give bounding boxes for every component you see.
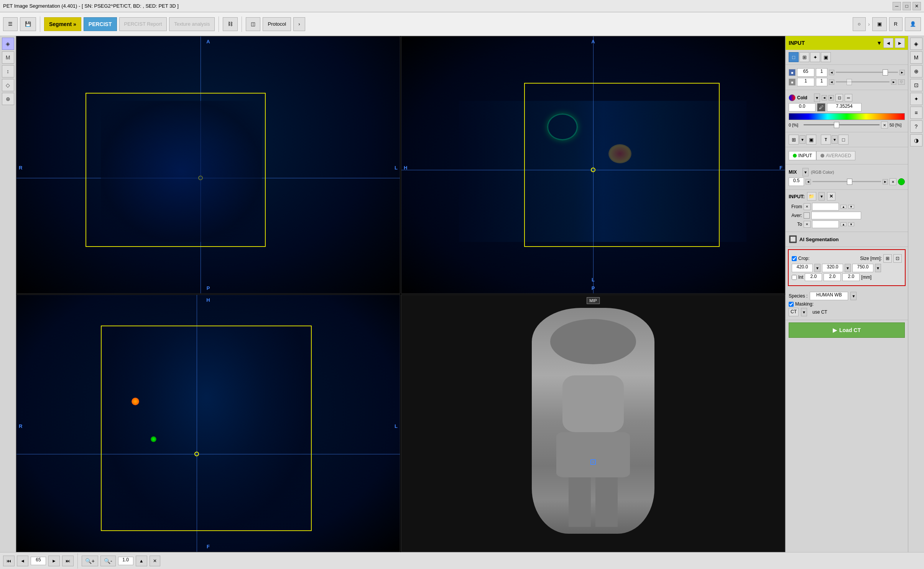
link-button[interactable]: ⛓ — [223, 17, 238, 31]
left-strip-btn-2[interactable]: M — [2, 51, 14, 64]
crop-tool-icon[interactable]: ⊡ — [893, 254, 902, 263]
int-checkbox[interactable] — [792, 275, 797, 280]
slider-right-arrow-1[interactable]: ► — [899, 70, 905, 75]
colormap-reset-btn[interactable]: ═ — [845, 94, 852, 102]
from-stepper-down[interactable]: ▼ — [848, 205, 854, 209]
mix-dropdown[interactable]: ▼ — [802, 168, 809, 176]
mix-value-input[interactable]: 0.5 — [789, 178, 804, 186]
ct-dropdown[interactable]: ▼ — [801, 308, 807, 316]
masking-label[interactable]: Masking: — [789, 301, 814, 307]
heart-btn[interactable]: ♡ — [898, 79, 905, 85]
right-strip-btn-6[interactable]: ≡ — [910, 107, 922, 119]
crop-checkbox-label[interactable]: Crop: — [792, 256, 809, 261]
colormap-edit-btn[interactable]: 🖊 — [817, 103, 825, 112]
tab-averaged[interactable]: AVERAGED — [816, 151, 855, 160]
zoom-out-btn[interactable]: 🔍- — [100, 556, 116, 566]
int-x-input[interactable]: 2.0 — [805, 273, 822, 281]
to-stepper-up[interactable]: ▲ — [840, 222, 847, 226]
to-stepper-down[interactable]: ▼ — [848, 222, 854, 226]
int-checkbox-label[interactable]: Int — [792, 275, 803, 280]
percist-report-button[interactable]: PERCIST Report — [119, 17, 167, 31]
colormap-dropdown[interactable]: ▼ — [814, 94, 820, 102]
minimize-button[interactable]: ─ — [893, 2, 901, 10]
user-button[interactable]: 👤 — [905, 17, 921, 31]
slider-left-arrow-2[interactable]: ◄ — [829, 79, 834, 85]
int-z-input[interactable]: 2.0 — [842, 273, 860, 281]
zoom-in-btn[interactable]: 🔍+ — [82, 556, 98, 566]
from-stepper-up[interactable]: ▲ — [840, 205, 847, 209]
species-dropdown[interactable]: ▼ — [850, 292, 857, 300]
panel-right-btn[interactable]: ► — [895, 38, 905, 48]
right-strip-btn-5[interactable]: ✦ — [910, 93, 922, 105]
input-folder-dropdown[interactable]: ▼ — [819, 192, 825, 201]
input-close-btn[interactable]: ✕ — [827, 192, 835, 201]
from-x-btn[interactable]: ✕ — [804, 203, 811, 210]
slider-right-arrow-2[interactable]: ► — [891, 79, 896, 85]
right-strip-btn-4[interactable]: ⊡ — [910, 79, 922, 91]
display-mode-1-btn[interactable]: □ — [789, 52, 799, 62]
right-strip-btn-7[interactable]: ? — [910, 120, 922, 133]
viewport-top-right[interactable]: PSEG2^PET/CT Whole Body Tumor — [401, 36, 785, 294]
int-y-input[interactable]: 2.0 — [824, 273, 841, 281]
colormap-min-input[interactable]: 0.0 — [789, 103, 815, 112]
slider-val-1[interactable]: 65 — [797, 68, 814, 77]
colormap-settings-btn[interactable]: ⊡ — [835, 94, 843, 102]
crop-x-input[interactable]: 420.0 — [792, 264, 813, 272]
mix-right-arrow[interactable]: ► — [883, 179, 888, 184]
r-button[interactable]: R — [889, 17, 903, 31]
zoom-up-btn[interactable]: ▲ — [136, 556, 147, 566]
display-dropdown-2[interactable]: ▼ — [832, 135, 838, 144]
slider-left-arrow-1[interactable]: ◄ — [829, 70, 834, 75]
load-ct-button[interactable]: ▶ Load CT — [789, 322, 905, 338]
slider-val-4[interactable]: 1 — [816, 78, 827, 86]
crop-grid-icon[interactable]: ⊞ — [883, 254, 892, 263]
mix-slider-track[interactable] — [812, 179, 881, 185]
circle-button[interactable]: ○ — [853, 17, 866, 31]
zoom-close-btn[interactable]: ✕ — [150, 556, 160, 566]
colormap-max-input[interactable]: 7.35254 — [827, 103, 862, 112]
crop-z-input[interactable]: 750.0 — [852, 264, 873, 272]
left-strip-btn-4[interactable]: ◇ — [2, 79, 14, 91]
view-button[interactable]: ◫ — [246, 17, 260, 31]
tab-input[interactable]: INPUT — [789, 151, 816, 160]
masking-checkbox[interactable] — [789, 302, 794, 307]
segment-button[interactable]: Segment » — [44, 17, 81, 31]
first-frame-btn[interactable]: ⏮ — [3, 556, 15, 566]
slider-val-2[interactable]: 1 — [816, 68, 827, 77]
crop-y-input[interactable]: 320.0 — [822, 264, 843, 272]
pct-close-btn[interactable]: ✕ — [881, 122, 888, 128]
right-strip-btn-3[interactable]: ⊕ — [910, 65, 922, 77]
crop-y-dropdown[interactable]: ▼ — [845, 264, 851, 272]
colormap-right-arrow[interactable]: ► — [829, 95, 834, 100]
species-input[interactable]: HUMAN WB — [810, 292, 848, 300]
crop-checkbox[interactable] — [792, 256, 797, 261]
left-strip-btn-5[interactable]: ⊕ — [2, 93, 14, 105]
display-mode-4-btn[interactable]: ▣ — [821, 52, 831, 62]
display-dropdown-1[interactable]: ▼ — [799, 135, 806, 144]
right-strip-btn-2[interactable]: M — [910, 51, 922, 64]
display-icon-3[interactable]: T — [821, 135, 831, 145]
right-strip-btn-1[interactable]: ◈ — [910, 38, 922, 50]
panel-left-btn[interactable]: ◄ — [883, 38, 893, 48]
viewport-top-left[interactable]: PSEG2^PET/CT Whole Body Tumor A R L — [16, 36, 400, 294]
to-input[interactable] — [812, 220, 839, 228]
slider-val-3[interactable]: 1 — [797, 78, 814, 86]
aver-input[interactable] — [811, 212, 861, 219]
left-strip-btn-3[interactable]: ↕ — [2, 65, 14, 77]
colormap-left-arrow[interactable]: ◄ — [822, 95, 827, 100]
ct-select[interactable]: CT — [789, 308, 799, 316]
prev-frame-btn[interactable]: ◄ — [17, 556, 28, 566]
menu-button[interactable]: ☰ — [3, 17, 18, 31]
from-input[interactable] — [812, 203, 839, 210]
input-folder-btn[interactable]: 📁 — [807, 192, 816, 201]
right-strip-btn-8[interactable]: ◑ — [910, 134, 922, 146]
aver-checkbox[interactable] — [804, 212, 810, 219]
chevron-button[interactable]: › — [293, 17, 305, 31]
slider-track-2[interactable] — [836, 79, 889, 85]
to-x-btn[interactable]: ✕ — [804, 221, 811, 228]
display-icon-2[interactable]: ▣ — [806, 135, 816, 145]
display-icon-4[interactable]: □ — [839, 135, 848, 145]
frame-number-input[interactable]: 65 — [31, 557, 46, 565]
display-icon-1[interactable]: ⊞ — [789, 135, 799, 145]
display-mode-2-btn[interactable]: ⊞ — [799, 52, 809, 62]
